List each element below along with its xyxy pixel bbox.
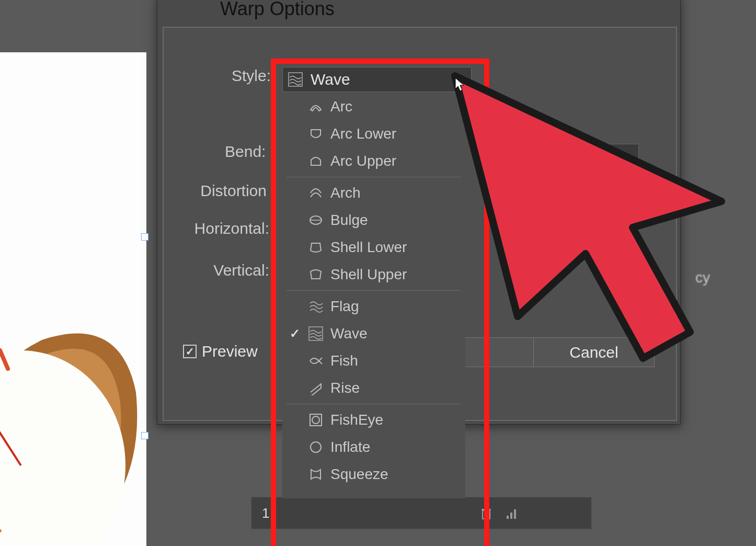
arch-icon [308, 186, 323, 200]
dropdown-item-label: Bulge [330, 212, 368, 229]
preview-label: Preview [202, 343, 258, 360]
dropdown-separator [287, 404, 461, 404]
canvas-artboard [0, 52, 146, 546]
dropdown-item-label: Shell Upper [330, 266, 407, 283]
dropdown-item-label: Shell Lower [330, 239, 407, 256]
dropdown-item-label: Arc Lower [330, 126, 396, 142]
flag-icon [308, 299, 323, 314]
shell-upper-icon [308, 267, 323, 282]
svg-rect-19 [510, 513, 512, 519]
rise-icon [308, 381, 323, 395]
svg-rect-20 [514, 509, 516, 519]
arc-upper-icon [308, 154, 323, 168]
wave-icon [308, 326, 323, 341]
dropdown-item-arc[interactable]: Arc [282, 93, 465, 120]
wave-icon [288, 72, 303, 87]
dropdown-item-bulge[interactable]: Bulge [282, 207, 465, 234]
bulge-icon [308, 213, 323, 228]
fish-icon [308, 354, 323, 368]
svg-point-14 [312, 416, 319, 424]
dropdown-separator [287, 177, 461, 177]
dropdown-item-label: Arc [330, 98, 352, 115]
dropdown-item-label: FishEye [330, 412, 383, 428]
dropdown-item-fish[interactable]: Fish [282, 347, 465, 374]
squeeze-icon [308, 467, 323, 482]
dropdown-item-arc-lower[interactable]: Arc Lower [282, 120, 465, 147]
dropdown-item-arc-upper[interactable]: Arc Upper [282, 147, 465, 175]
dropdown-separator [287, 290, 461, 291]
dropdown-item-shell-lower[interactable]: Shell Lower [282, 234, 465, 261]
dropdown-item-label: Arch [330, 185, 361, 201]
dropdown-item-label: Rise [330, 380, 360, 396]
dialog-title: Warp Options [220, 0, 335, 20]
dropdown-item-wave[interactable]: ✓ Wave [282, 320, 465, 347]
vertical-label: Vertical: [209, 261, 269, 279]
arc-lower-icon [308, 127, 323, 141]
selection-handle[interactable] [141, 233, 148, 241]
dropdown-item-label: Inflate [330, 439, 370, 456]
check-icon: ✓ [290, 326, 300, 341]
dropdown-item-label: Flag [330, 298, 359, 315]
arc-icon [308, 99, 323, 114]
style-label: Style: [230, 67, 271, 85]
dropdown-item-shell-upper[interactable]: Shell Upper [282, 261, 465, 288]
svg-point-15 [311, 442, 321, 452]
dropdown-item-arch[interactable]: Arch [282, 179, 465, 207]
checkbox-icon: ✓ [183, 345, 197, 358]
shell-lower-icon [308, 240, 323, 255]
fisheye-icon [308, 413, 323, 427]
dropdown-item-label: Wave [330, 325, 368, 342]
page-number: 1 [262, 505, 269, 521]
canvas-artwork-clock [0, 288, 146, 546]
dropdown-item-flag[interactable]: Flag [282, 293, 465, 320]
dropdown-selected-label: Wave [311, 71, 350, 88]
style-dropdown-list: Arc Arc Lower Arc Upper Arch Bulge Shell… [282, 93, 465, 498]
bend-label: Bend: [225, 143, 266, 161]
annotation-cursor-icon [450, 71, 732, 366]
style-dropdown[interactable]: Wave [282, 67, 472, 92]
horizontal-label: Horizontal: [193, 220, 269, 237]
dropdown-item-fisheye[interactable]: FishEye [282, 406, 465, 434]
svg-rect-18 [507, 516, 509, 519]
dropdown-item-label: Arc Upper [330, 153, 396, 169]
dropdown-item-inflate[interactable]: Inflate [282, 434, 465, 461]
distortion-label: Distortion [193, 182, 267, 200]
dropdown-item-squeeze[interactable]: Squeeze [282, 461, 465, 488]
system-cursor-icon [455, 77, 465, 95]
dropdown-item-label: Fish [330, 352, 358, 369]
dropdown-item-label: Squeeze [330, 466, 388, 483]
bars-icon[interactable] [505, 505, 520, 521]
dropdown-item-rise[interactable]: Rise [282, 374, 465, 402]
inflate-icon [308, 440, 323, 454]
preview-checkbox[interactable]: ✓ Preview [183, 343, 258, 360]
